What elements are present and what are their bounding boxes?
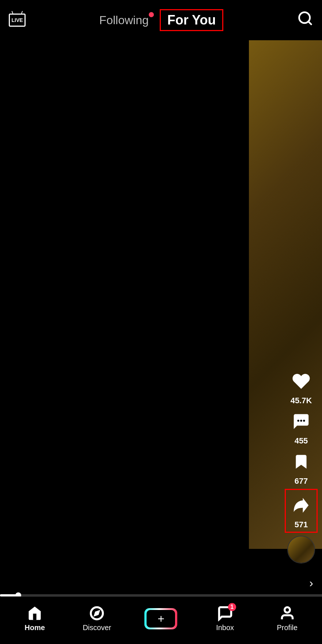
plus-icon: + <box>158 613 164 625</box>
top-navigation: LIVE Following For You <box>0 0 322 40</box>
create-button[interactable]: + <box>144 608 177 629</box>
comment-icon-wrap <box>288 408 314 435</box>
discover-icon-svg <box>89 605 105 621</box>
live-tv-icon: LIVE <box>9 14 26 27</box>
following-tab[interactable]: Following <box>99 14 149 27</box>
like-count: 45.7K <box>291 396 312 405</box>
inbox-icon-wrap: 1 <box>217 605 233 621</box>
nav-item-discover[interactable]: Discover <box>82 605 111 632</box>
share-button[interactable]: 571 <box>285 489 318 533</box>
svg-marker-6 <box>94 610 100 616</box>
svg-line-1 <box>308 22 311 25</box>
discover-icon <box>89 605 105 621</box>
heart-icon <box>291 371 311 391</box>
notification-dot <box>149 12 154 17</box>
share-icon <box>291 495 311 515</box>
live-text: LIVE <box>11 17 23 23</box>
side-actions: 45.7K 455 677 571 <box>285 368 318 564</box>
profile-icon <box>279 605 295 621</box>
bottom-navigation: Home Discover + 1 Inbox <box>0 596 322 644</box>
bookmark-icon-wrap <box>288 449 314 475</box>
nav-item-inbox[interactable]: 1 Inbox <box>211 605 240 632</box>
home-label: Home <box>24 624 45 632</box>
svg-point-3 <box>300 420 302 422</box>
nav-item-profile[interactable]: Profile <box>273 605 302 632</box>
share-count: 571 <box>295 520 308 529</box>
like-icon-wrap <box>288 368 314 394</box>
home-icon <box>27 605 43 621</box>
plus-inner: + <box>147 610 175 628</box>
like-button[interactable]: 45.7K <box>288 368 314 405</box>
comment-count: 455 <box>295 436 308 446</box>
svg-point-4 <box>303 420 305 422</box>
video-content <box>0 0 249 596</box>
svg-point-7 <box>285 607 290 613</box>
creator-avatar[interactable] <box>287 536 315 564</box>
svg-point-2 <box>297 420 299 422</box>
for-you-tab[interactable]: For You <box>160 9 224 31</box>
nav-item-home[interactable]: Home <box>20 605 49 632</box>
next-video-button[interactable]: › <box>309 576 313 590</box>
video-player[interactable] <box>0 0 322 596</box>
avatar-image <box>288 536 314 563</box>
nav-tabs: Following For You <box>99 9 224 31</box>
bookmark-icon <box>292 452 310 472</box>
inbox-badge: 1 <box>228 603 236 611</box>
comment-button[interactable]: 455 <box>288 408 314 446</box>
bookmark-button[interactable]: 677 <box>288 449 314 486</box>
profile-icon-wrap <box>279 605 295 621</box>
share-icon-wrap <box>288 492 314 518</box>
comment-icon <box>291 412 311 431</box>
search-icon <box>297 10 313 26</box>
nav-item-create[interactable]: + <box>144 608 177 629</box>
home-icon-svg <box>27 605 43 621</box>
bookmark-count: 677 <box>295 476 308 486</box>
profile-label: Profile <box>277 624 298 632</box>
live-button[interactable]: LIVE <box>9 14 26 27</box>
discover-label: Discover <box>83 624 111 632</box>
inbox-label: Inbox <box>216 624 234 632</box>
search-button[interactable] <box>297 10 313 30</box>
